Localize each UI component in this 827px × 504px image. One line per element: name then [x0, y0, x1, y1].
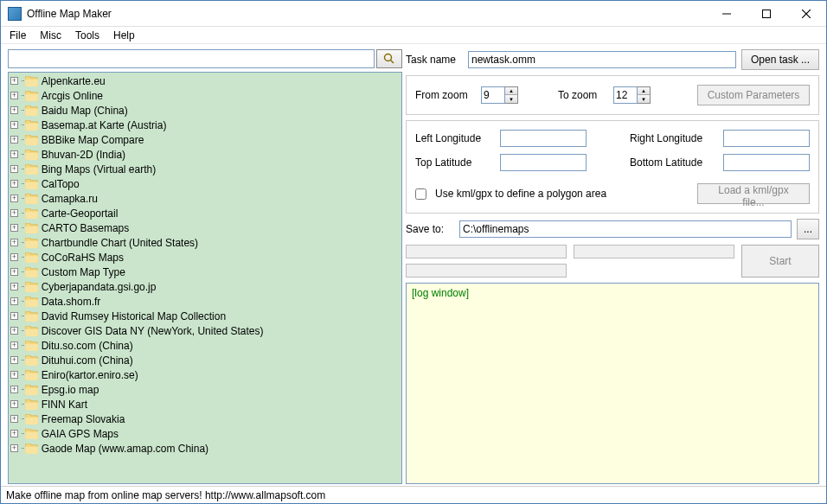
tree-item-label: BBBike Map Compare [42, 134, 144, 146]
expand-icon[interactable]: + [10, 327, 18, 335]
tree-item[interactable]: +···BBBike Map Compare [9, 132, 401, 147]
tree-item[interactable]: +···Epsg.io map [9, 382, 401, 397]
tree-item[interactable]: +···Freemap Slovakia [9, 411, 401, 426]
expand-icon[interactable]: + [10, 386, 18, 393]
folder-icon [25, 311, 38, 322]
open-task-button[interactable]: Open task ... [741, 49, 819, 70]
expand-icon[interactable]: + [10, 297, 18, 305]
load-kml-button[interactable]: Load a kml/gpx file... [697, 183, 810, 204]
tree-item[interactable]: +···Bhuvan-2D (India) [9, 147, 401, 162]
expand-icon[interactable]: + [10, 77, 18, 85]
tree-item[interactable]: +···CARTO Basemaps [9, 220, 401, 235]
tree-item[interactable]: +···Baidu Map (China) [9, 103, 401, 118]
tree-item[interactable]: +···Camapka.ru [9, 191, 401, 206]
spin-down-icon[interactable]: ▼ [505, 95, 517, 103]
expand-icon[interactable]: + [10, 195, 18, 202]
search-input[interactable] [8, 49, 375, 68]
expand-icon[interactable]: + [10, 444, 18, 452]
expand-icon[interactable]: + [10, 415, 18, 423]
tree-item[interactable]: +···Dituhui.com (China) [9, 353, 401, 367]
expand-icon[interactable]: + [10, 121, 18, 129]
expand-icon[interactable]: + [10, 312, 18, 320]
tree-item[interactable]: +···Cyberjapandata.gsi.go.jp [9, 279, 401, 294]
menu-file[interactable]: File [3, 28, 33, 43]
tree-item[interactable]: +···CalTopo [9, 176, 401, 191]
expand-icon[interactable]: + [10, 180, 18, 188]
menu-misc[interactable]: Misc [33, 28, 68, 43]
custom-parameters-button[interactable]: Custom Parameters [697, 85, 810, 105]
minimize-button[interactable] [707, 1, 747, 27]
spin-down-icon[interactable]: ▼ [638, 95, 650, 103]
task-name-input[interactable] [468, 51, 736, 68]
top-latitude-input[interactable] [500, 154, 587, 171]
bottom-latitude-input[interactable] [723, 154, 810, 171]
expand-icon[interactable]: + [10, 106, 18, 114]
tree-item[interactable]: +···Discover GIS Data NY (NewYork, Unite… [9, 323, 401, 338]
tree-item[interactable]: +···Ditu.so.com (China) [9, 338, 401, 353]
expand-icon[interactable]: + [10, 165, 18, 173]
log-window[interactable]: [log window] [406, 283, 819, 484]
menu-tools[interactable]: Tools [68, 28, 106, 43]
expand-icon[interactable]: + [10, 92, 18, 99]
tree-item[interactable]: +···Custom Map Type [9, 265, 401, 279]
spin-up-icon[interactable]: ▲ [638, 87, 650, 95]
to-zoom-input[interactable] [613, 86, 638, 104]
tree-item[interactable]: +···Chartbundle Chart (United States) [9, 235, 401, 250]
to-zoom-spinner[interactable]: ▲▼ [613, 86, 651, 104]
tree-item-label: Alpenkarte.eu [42, 75, 106, 87]
expand-icon[interactable]: + [10, 371, 18, 379]
tree-item-label: Data.shom.fr [42, 296, 101, 308]
tree-item[interactable]: +···Gaode Map (www.amap.com China) [9, 441, 401, 456]
tree-item[interactable]: +···Bing Maps (Virtual earth) [9, 162, 401, 176]
top-latitude-label: Top Latitude [415, 156, 495, 169]
save-to-input[interactable] [459, 220, 792, 238]
expand-icon[interactable]: + [10, 209, 18, 217]
tree-item-label: Eniro(kartor.eniro.se) [42, 369, 138, 381]
expand-icon[interactable]: + [10, 136, 18, 144]
use-kml-checkbox[interactable] [415, 188, 426, 200]
search-button[interactable] [376, 49, 402, 68]
save-to-label: Save to: [406, 223, 454, 235]
tree-item-label: Freemap Slovakia [42, 413, 125, 425]
menu-help[interactable]: Help [106, 28, 142, 43]
folder-icon [25, 164, 38, 175]
expand-icon[interactable]: + [10, 430, 18, 437]
tree-item[interactable]: +···Carte-Geoportail [9, 206, 401, 220]
close-button[interactable] [786, 1, 826, 27]
folder-icon [25, 429, 38, 439]
expand-icon[interactable]: + [10, 224, 18, 232]
expand-icon[interactable]: + [10, 150, 18, 158]
titlebar: Offline Map Maker [1, 1, 826, 27]
folder-icon [25, 105, 38, 116]
maximize-button[interactable] [747, 1, 786, 27]
browse-button[interactable]: ... [797, 219, 819, 239]
tree-item[interactable]: +···Basemap.at Karte (Austria) [9, 118, 401, 132]
tree-item[interactable]: +···Arcgis Online [9, 88, 401, 103]
expand-icon[interactable]: + [10, 356, 18, 364]
from-zoom-input[interactable] [481, 86, 505, 104]
statusbar: Make offline map from online map servers… [1, 486, 826, 503]
tree-item[interactable]: +···GAIA GPS Maps [9, 426, 401, 441]
from-zoom-spinner[interactable]: ▲▼ [481, 86, 518, 104]
expand-icon[interactable]: + [10, 253, 18, 261]
expand-icon[interactable]: + [10, 268, 18, 276]
right-longitude-input[interactable] [723, 130, 810, 147]
tree-item[interactable]: +···Eniro(kartor.eniro.se) [9, 367, 401, 382]
svg-point-4 [385, 54, 392, 61]
expand-icon[interactable]: + [10, 341, 18, 349]
spin-up-icon[interactable]: ▲ [505, 87, 517, 95]
folder-icon [25, 208, 38, 219]
left-longitude-input[interactable] [500, 130, 587, 147]
expand-icon[interactable]: + [10, 400, 18, 408]
start-button[interactable]: Start [741, 245, 819, 278]
status-text: Make offline map from online map servers… [6, 489, 325, 501]
tree-item[interactable]: +···Alpenkarte.eu [9, 73, 401, 88]
tree-item[interactable]: +···David Rumsey Historical Map Collecti… [9, 309, 401, 323]
tree-item[interactable]: +···Data.shom.fr [9, 294, 401, 309]
map-source-tree[interactable]: +···Alpenkarte.eu+···Arcgis Online+···Ba… [8, 72, 402, 484]
tree-item[interactable]: +···FINN Kart [9, 397, 401, 411]
tree-item[interactable]: +···CoCoRaHS Maps [9, 250, 401, 265]
expand-icon[interactable]: + [10, 239, 18, 246]
tree-item-label: CARTO Basemaps [42, 222, 130, 234]
expand-icon[interactable]: + [10, 283, 18, 290]
